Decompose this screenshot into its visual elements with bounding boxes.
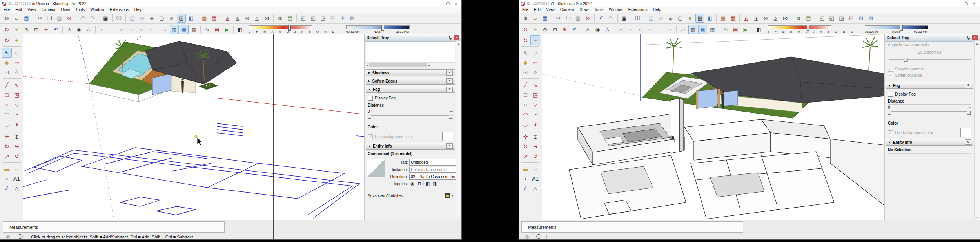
offset-tool-icon[interactable]: ↺ [12, 151, 22, 161]
orbit-tool-icon[interactable]: ↻ [521, 35, 530, 45]
section-fog[interactable]: ▼Fog × [886, 82, 973, 89]
solid-split-icon[interactable]: ⊠ [866, 14, 875, 23]
rotated-rectangle-tool-icon[interactable]: ◳ [12, 90, 22, 99]
paint-tool-icon[interactable]: ◆ [2, 58, 12, 67]
section-display-icon[interactable]: ▥ [170, 25, 179, 34]
scale-tool-icon[interactable]: ↗ [521, 151, 530, 161]
titlebar[interactable]: ID: 22472589 m Piscina - SketchUp Pro 20… [0, 0, 461, 7]
section-close-icon[interactable]: × [446, 87, 453, 92]
left-view-icon[interactable]: ⌂ [147, 25, 156, 34]
push-pull-tool-icon[interactable]: ↥ [530, 132, 540, 141]
soften-coplanar-checkbox[interactable] [888, 73, 893, 78]
drape-icon[interactable]: ⊛ [761, 14, 770, 23]
monochrome-style-icon[interactable]: ◧ [705, 14, 714, 23]
smooth-normals-checkbox[interactable] [888, 67, 893, 72]
right-view-icon[interactable]: ⌂ [646, 25, 655, 34]
tray-header[interactable]: Default Tray × [885, 34, 980, 42]
tray-close-button[interactable]: × [972, 35, 978, 40]
solid-trim-icon[interactable]: ⊟ [847, 14, 856, 23]
section-cut-icon[interactable]: ▦ [180, 25, 189, 34]
monochrome-style-icon[interactable]: ◧ [187, 14, 196, 23]
select-tool-icon[interactable]: ↖ [2, 48, 12, 58]
filled-arc-tool-icon[interactable]: ◕ [12, 119, 22, 129]
open-icon[interactable]: ▱ [531, 14, 540, 23]
solid-trim-icon[interactable]: ⊟ [328, 14, 337, 23]
model-canvas[interactable] [542, 34, 886, 220]
shaded-textures-style-icon[interactable]: ▨ [177, 14, 186, 23]
scroll-right-icon[interactable]: ▸ [428, 63, 430, 67]
cut-icon[interactable]: ✂ [554, 14, 563, 23]
pie-tool-icon[interactable]: ◔ [12, 109, 22, 119]
minimize-button[interactable]: — [955, 1, 962, 6]
scale-tool-icon[interactable]: ↗ [2, 151, 12, 161]
minimize-button[interactable]: — [436, 1, 444, 6]
xray-style-icon[interactable]: ◫ [128, 14, 137, 23]
tag-tool-icon[interactable]: ◊ [12, 67, 22, 77]
fog-near-handle[interactable] [888, 110, 891, 115]
position-camera-icon[interactable]: ♙ [583, 25, 592, 34]
shadow-date-slider[interactable] [249, 25, 312, 29]
zoom-icon[interactable]: ⊙ [22, 25, 31, 34]
save-icon[interactable]: ▦ [22, 14, 31, 23]
menu-draw[interactable]: Draw [61, 7, 70, 12]
from-contours-icon[interactable]: ≋ [276, 14, 285, 23]
close-button[interactable]: × [452, 1, 460, 6]
soften-angle-slider[interactable] [889, 57, 971, 61]
redo-icon[interactable]: ↷ [88, 14, 97, 23]
claim-icon[interactable]: ⓘ [16, 232, 25, 240]
filled-arc-tool-icon[interactable]: ◕ [530, 119, 540, 129]
shaded-style-icon[interactable]: ■ [686, 14, 695, 23]
select-tool-icon[interactable]: ↖ [521, 48, 530, 58]
section-shadows[interactable]: ▶Shadows × [366, 69, 455, 76]
send-to-layout-icon[interactable]: ▶ [222, 25, 231, 34]
fog-distance-slider[interactable]: 0 ∞ 0 100 [888, 105, 971, 119]
dimension-tool-icon[interactable]: ↔ [12, 164, 22, 173]
text-tool-icon[interactable]: A1 [12, 173, 22, 183]
text-tool-icon[interactable]: A1 [530, 173, 540, 183]
follow-me-tool-icon[interactable]: ↪ [12, 141, 22, 151]
menu-camera[interactable]: Camera [42, 7, 56, 12]
smoove-icon[interactable]: ◭ [742, 14, 751, 23]
solid-subtract-icon[interactable]: ◲ [318, 14, 327, 23]
scroll-down-icon[interactable]: ▾ [458, 215, 459, 219]
pie-tool-icon[interactable]: ◔ [530, 109, 540, 119]
undo-icon[interactable]: ↶ [78, 14, 87, 23]
smoove-icon[interactable]: ◭ [223, 14, 232, 23]
from-scratch-icon[interactable]: ▤ [285, 14, 294, 23]
rectangle-tool-icon[interactable]: □ [521, 90, 530, 99]
dimension-tool-icon[interactable]: ↔ [530, 164, 540, 173]
layout-export-icon[interactable]: ▤ [212, 25, 221, 34]
position-texture-icon[interactable]: ▩ [200, 14, 209, 23]
section-soften-edges[interactable]: ▶Soften Edges × [366, 78, 455, 85]
chevron-down-icon[interactable]: ▾ [452, 194, 453, 197]
tag-select[interactable]: Untagged ▾ [409, 159, 456, 166]
pin-icon[interactable] [967, 36, 970, 40]
shadow-time-slider[interactable] [865, 25, 928, 29]
outer-shell-icon[interactable]: ◰ [299, 14, 308, 23]
solid-split-icon[interactable]: ⊠ [348, 14, 357, 23]
add-detail-icon[interactable]: ◬ [252, 14, 261, 23]
erase-icon[interactable]: ⊗ [65, 14, 74, 23]
menu-draw[interactable]: Draw [579, 7, 588, 12]
stamp-icon[interactable]: ◮ [233, 14, 242, 23]
look-around-icon[interactable]: ◉ [74, 25, 83, 34]
pan-icon[interactable]: + [531, 25, 540, 34]
from-contours-icon[interactable]: ≋ [794, 14, 803, 23]
zoom-icon[interactable]: ⊙ [541, 25, 550, 34]
orbit-icon[interactable]: ↻ [2, 25, 11, 34]
polygon-tool-icon[interactable]: ▽ [12, 99, 22, 109]
lock-toggle-icon[interactable]: ⊓ [416, 181, 423, 186]
tray-scrollbar[interactable]: ▴ ▾ [974, 41, 980, 220]
tray-close-button[interactable]: × [454, 35, 459, 40]
shadow-date-slider[interactable] [768, 25, 831, 29]
model-info-icon[interactable]: ⓘ [633, 14, 642, 23]
flip-edge-icon[interactable]: ⋈ [781, 14, 790, 23]
zoom-previous-icon[interactable]: ↶ [570, 25, 579, 34]
hidden-line-style-icon[interactable]: ▢ [157, 14, 166, 23]
fog-color-swatch[interactable] [960, 128, 971, 137]
offset-tool-icon[interactable]: ↺ [530, 151, 540, 161]
orbit-tool-icon[interactable]: ↻ [2, 35, 12, 45]
section-entity-info[interactable]: ▼Entity Info × [886, 139, 973, 146]
redo-icon[interactable]: ↷ [606, 14, 615, 23]
hidden-line-style-icon[interactable]: ▢ [676, 14, 685, 23]
